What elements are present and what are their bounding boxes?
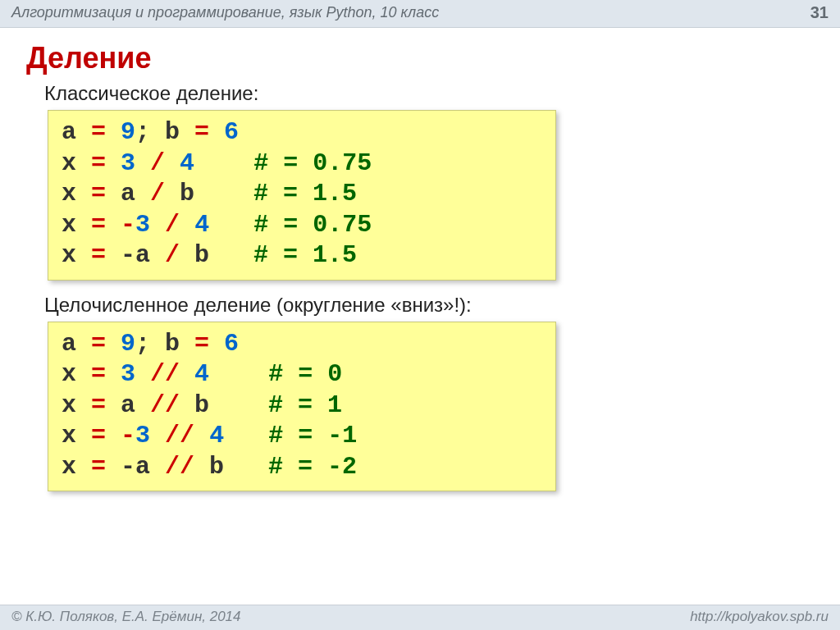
operator-icon: = [194, 118, 209, 146]
operator-icon: = [91, 391, 106, 419]
code-text: a [62, 330, 91, 358]
section1-label: Классическое деление: [44, 82, 817, 105]
comment: # = 1.5 [253, 241, 357, 269]
number-literal: 9 [121, 330, 135, 358]
number-literal: 4 [209, 422, 224, 450]
operator-icon: = [91, 453, 106, 481]
operator-icon: // [165, 453, 194, 481]
operator-icon: / [165, 241, 180, 269]
number-literal: 4 [194, 211, 209, 239]
operator-icon: // [165, 422, 194, 450]
comment: # = 1.5 [253, 180, 357, 208]
number-literal: 6 [224, 330, 239, 358]
operator-icon: = [194, 330, 209, 358]
copyright-text: © К.Ю. Поляков, Е.А. Ерёмин, 2014 [11, 609, 241, 625]
slide-footer: © К.Ю. Поляков, Е.А. Ерёмин, 2014 http:/… [0, 605, 840, 630]
section2-label: Целочисленное деление (округление «вниз»… [44, 294, 817, 317]
comment: # = 1 [268, 391, 342, 419]
course-label: Алгоритмизация и программирование, язык … [11, 4, 439, 21]
operator-icon: // [150, 391, 180, 419]
slide-title: Деление [26, 41, 817, 75]
operator-icon: / [150, 149, 165, 177]
number-literal: 3 [135, 422, 150, 450]
comment: # = -1 [268, 422, 357, 450]
operator-icon: = [91, 118, 106, 146]
number-literal: 4 [194, 360, 209, 388]
comment: # = 0 [268, 360, 342, 388]
slide-header: Алгоритмизация и программирование, язык … [0, 0, 840, 28]
operator-icon: = [91, 149, 106, 177]
footer-url: http://kpolyakov.spb.ru [690, 609, 829, 625]
comment: # = 0.75 [253, 211, 372, 239]
number-literal: 3 [135, 211, 150, 239]
number-literal: 3 [121, 360, 135, 388]
code-block-classic-division: a = 9; b = 6 x = 3 / 4 # = 0.75 x = a / … [48, 110, 556, 281]
operator-icon: = [91, 360, 106, 388]
operator-icon: = [91, 211, 106, 239]
operator-icon: = [91, 422, 106, 450]
number-literal: 9 [121, 118, 135, 146]
page-number: 31 [810, 3, 829, 22]
operator-icon: - [121, 211, 135, 239]
operator-icon: // [150, 360, 180, 388]
operator-icon: = [91, 330, 106, 358]
comment: # = -2 [268, 453, 357, 481]
code-text: a [62, 118, 91, 146]
operator-icon: = [91, 180, 106, 208]
code-block-integer-division: a = 9; b = 6 x = 3 // 4 # = 0 x = a // b… [48, 322, 556, 492]
operator-icon: = [91, 241, 106, 269]
number-literal: 6 [224, 118, 239, 146]
slide-content: Деление Классическое деление: a = 9; b =… [0, 28, 840, 491]
operator-icon: - [121, 422, 135, 450]
operator-icon: / [150, 180, 165, 208]
comment: # = 0.75 [253, 149, 372, 177]
number-literal: 4 [180, 149, 194, 177]
operator-icon: / [165, 211, 180, 239]
number-literal: 3 [121, 149, 135, 177]
